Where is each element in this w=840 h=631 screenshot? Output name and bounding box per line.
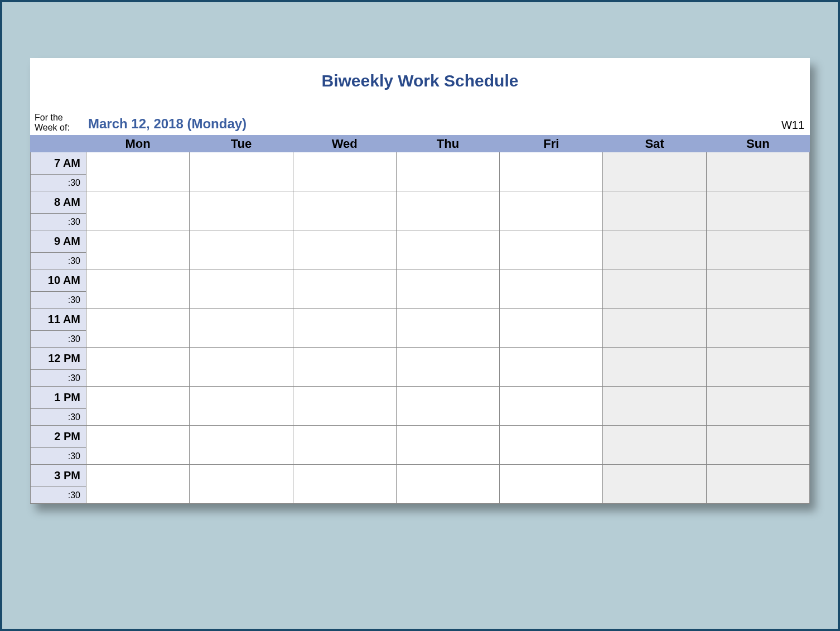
- schedule-cell[interactable]: [86, 230, 190, 269]
- schedule-cell[interactable]: [603, 309, 706, 348]
- schedule-cell[interactable]: [190, 269, 293, 309]
- schedule-cell[interactable]: [190, 465, 293, 504]
- hour-label: 8 AM: [31, 191, 86, 214]
- schedule-cell[interactable]: [190, 230, 293, 269]
- schedule-cell[interactable]: [500, 426, 603, 465]
- schedule-cell[interactable]: [396, 426, 499, 465]
- schedule-cell[interactable]: [396, 387, 499, 426]
- schedule-cell[interactable]: [396, 269, 499, 309]
- schedule-cell[interactable]: [396, 191, 499, 230]
- title: Biweekly Work Schedule: [30, 58, 810, 113]
- week-meta-row: For the Week of: March 12, 2018 (Monday)…: [30, 113, 810, 135]
- schedule-cell[interactable]: [86, 152, 190, 191]
- half-hour-label: :30: [31, 292, 86, 309]
- schedule-cell[interactable]: [603, 387, 706, 426]
- table-row: 10 AM: [31, 269, 810, 292]
- table-row: 1 PM: [31, 387, 810, 409]
- schedule-cell[interactable]: [293, 191, 396, 230]
- hour-label: 7 AM: [31, 152, 86, 175]
- schedule-cell[interactable]: [190, 309, 293, 348]
- schedule-cell[interactable]: [603, 465, 706, 504]
- table-row: 7 AM: [31, 152, 810, 175]
- schedule-cell[interactable]: [293, 465, 396, 504]
- half-hour-label: :30: [31, 331, 86, 348]
- schedule-cell[interactable]: [86, 309, 190, 348]
- schedule-sheet: Biweekly Work Schedule For the Week of: …: [30, 58, 810, 504]
- schedule-cell[interactable]: [603, 152, 706, 191]
- schedule-table: Mon Tue Wed Thu Fri Sat Sun 7 AM:308 AM:…: [30, 135, 810, 504]
- day-header-row: Mon Tue Wed Thu Fri Sat Sun: [31, 136, 810, 152]
- schedule-cell[interactable]: [706, 230, 809, 269]
- table-row: 12 PM: [31, 348, 810, 370]
- schedule-cell[interactable]: [293, 269, 396, 309]
- schedule-cell[interactable]: [86, 348, 190, 387]
- hour-label: 3 PM: [31, 465, 86, 487]
- schedule-cell[interactable]: [396, 152, 499, 191]
- schedule-cell[interactable]: [500, 309, 603, 348]
- schedule-cell[interactable]: [603, 269, 706, 309]
- table-row: 8 AM: [31, 191, 810, 214]
- table-row: 2 PM: [31, 426, 810, 448]
- schedule-cell[interactable]: [293, 348, 396, 387]
- schedule-cell[interactable]: [86, 269, 190, 309]
- half-hour-label: :30: [31, 175, 86, 191]
- schedule-cell[interactable]: [603, 348, 706, 387]
- hour-label: 11 AM: [31, 309, 86, 331]
- day-header: Sat: [603, 136, 706, 152]
- day-header: Fri: [500, 136, 603, 152]
- schedule-cell[interactable]: [706, 465, 809, 504]
- day-header: Tue: [190, 136, 293, 152]
- schedule-cell[interactable]: [500, 152, 603, 191]
- hour-label: 10 AM: [31, 269, 86, 292]
- schedule-cell[interactable]: [293, 309, 396, 348]
- schedule-cell[interactable]: [396, 309, 499, 348]
- week-label-line1: For the: [35, 113, 63, 122]
- hour-label: 12 PM: [31, 348, 86, 370]
- week-number: W11: [781, 119, 808, 133]
- schedule-cell[interactable]: [86, 426, 190, 465]
- schedule-cell[interactable]: [500, 191, 603, 230]
- schedule-cell[interactable]: [706, 387, 809, 426]
- schedule-cell[interactable]: [86, 465, 190, 504]
- half-hour-label: :30: [31, 409, 86, 426]
- hour-label: 9 AM: [31, 230, 86, 253]
- schedule-cell[interactable]: [86, 387, 190, 426]
- schedule-cell[interactable]: [500, 348, 603, 387]
- schedule-cell[interactable]: [706, 426, 809, 465]
- schedule-cell[interactable]: [706, 269, 809, 309]
- half-hour-label: :30: [31, 448, 86, 465]
- schedule-cell[interactable]: [293, 152, 396, 191]
- day-header: Sun: [706, 136, 809, 152]
- schedule-cell[interactable]: [190, 152, 293, 191]
- schedule-cell[interactable]: [396, 230, 499, 269]
- schedule-cell[interactable]: [706, 309, 809, 348]
- schedule-cell[interactable]: [500, 387, 603, 426]
- schedule-cell[interactable]: [293, 387, 396, 426]
- schedule-cell[interactable]: [706, 152, 809, 191]
- schedule-cell[interactable]: [500, 269, 603, 309]
- schedule-cell[interactable]: [603, 230, 706, 269]
- schedule-cell[interactable]: [86, 191, 190, 230]
- schedule-cell[interactable]: [190, 191, 293, 230]
- schedule-cell[interactable]: [190, 426, 293, 465]
- schedule-cell[interactable]: [603, 426, 706, 465]
- half-hour-label: :30: [31, 487, 86, 504]
- half-hour-label: :30: [31, 253, 86, 269]
- week-label-line2: Week of:: [35, 123, 70, 132]
- schedule-cell[interactable]: [190, 387, 293, 426]
- hour-label: 1 PM: [31, 387, 86, 409]
- schedule-cell[interactable]: [706, 191, 809, 230]
- schedule-cell[interactable]: [396, 348, 499, 387]
- table-row: 9 AM: [31, 230, 810, 253]
- schedule-cell[interactable]: [396, 465, 499, 504]
- schedule-cell[interactable]: [293, 426, 396, 465]
- schedule-cell[interactable]: [500, 465, 603, 504]
- schedule-cell[interactable]: [500, 230, 603, 269]
- schedule-cell[interactable]: [293, 230, 396, 269]
- half-hour-label: :30: [31, 370, 86, 387]
- schedule-cell[interactable]: [706, 348, 809, 387]
- schedule-cell[interactable]: [190, 348, 293, 387]
- week-of-label: For the Week of:: [32, 113, 88, 133]
- half-hour-label: :30: [31, 214, 86, 230]
- schedule-cell[interactable]: [603, 191, 706, 230]
